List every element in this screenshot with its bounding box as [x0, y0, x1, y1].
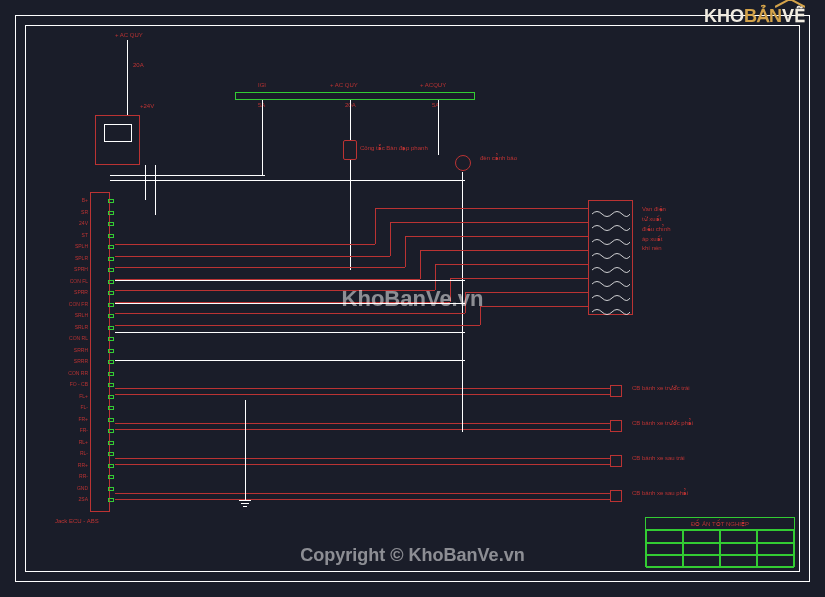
fuse-block — [235, 92, 475, 100]
pin-terminal — [108, 314, 114, 318]
solenoid-coil — [592, 233, 630, 243]
pin-terminal — [108, 291, 114, 295]
pin-terminal — [108, 395, 114, 399]
ecu-pin: B+ — [50, 197, 88, 203]
wire — [115, 280, 465, 281]
wire — [115, 458, 610, 459]
wire — [435, 264, 588, 265]
title-cell — [646, 555, 683, 568]
wire — [115, 267, 405, 268]
title-cell — [757, 555, 794, 568]
title-cell — [683, 543, 720, 556]
wire — [115, 332, 465, 333]
ecu-connector — [90, 192, 110, 512]
ecu-pin: SRLR — [50, 324, 88, 330]
wire — [350, 160, 351, 270]
pin-terminal — [108, 383, 114, 387]
ecu-pin: FR+ — [50, 416, 88, 422]
wire — [450, 278, 451, 302]
title-cell — [720, 530, 757, 543]
title-cell — [720, 555, 757, 568]
wire — [465, 292, 588, 293]
wire — [115, 499, 610, 500]
wire — [405, 236, 588, 237]
relay-box — [95, 115, 140, 165]
wire — [145, 165, 146, 200]
wire — [115, 429, 610, 430]
label-switch: Công tắc Bàn đạp phanh — [360, 145, 428, 152]
coil-label: Van điện — [642, 205, 666, 212]
pin-terminal — [108, 222, 114, 226]
wheel-sensor — [610, 490, 622, 502]
pin-terminal — [108, 337, 114, 341]
title-cell — [683, 555, 720, 568]
wire — [450, 278, 588, 279]
wire — [438, 100, 439, 155]
wire — [435, 264, 436, 290]
pin-terminal — [108, 234, 114, 238]
label-20a: 20A — [133, 62, 144, 68]
ground-icon — [239, 500, 251, 510]
logo: KHOBẢNVẼ — [704, 5, 805, 27]
label-warning: đèn cảnh báo — [480, 155, 517, 162]
pin-terminal — [108, 498, 114, 502]
wire — [115, 313, 465, 314]
wire — [375, 208, 376, 244]
pin-terminal — [108, 326, 114, 330]
ecu-pin: GND — [50, 485, 88, 491]
sensor-label: CB bánh xe sau phải — [632, 490, 688, 497]
wire — [110, 180, 465, 181]
pin-terminal — [108, 406, 114, 410]
ecu-pin: SPLR — [50, 255, 88, 261]
wire — [420, 250, 588, 251]
sensor-label: CB bánh xe trước phải — [632, 420, 693, 427]
ecu-pin: SRRH — [50, 347, 88, 353]
ecu-pin: FL+ — [50, 393, 88, 399]
ecu-pin: CON FL — [50, 278, 88, 284]
warning-lamp-icon — [455, 155, 471, 171]
drawing-title: ĐỒ ÁN TỐT NGHIỆP — [646, 518, 794, 530]
pin-terminal — [108, 303, 114, 307]
wire — [262, 100, 263, 175]
wire — [390, 222, 391, 256]
title-cell — [646, 530, 683, 543]
sensor-label: CB bánh xe trước trái — [632, 385, 690, 392]
wire — [115, 388, 610, 389]
ecu-pin: 24V — [50, 220, 88, 226]
ecu-pin: RL- — [50, 450, 88, 456]
logo-part3: VẼ — [782, 6, 805, 26]
solenoid-coil — [592, 289, 630, 299]
pin-terminal — [108, 268, 114, 272]
pin-terminal — [108, 441, 114, 445]
wire — [465, 292, 466, 313]
title-cell — [646, 543, 683, 556]
ecu-pin: SPRR — [50, 289, 88, 295]
pin-terminal — [108, 199, 114, 203]
pin-terminal — [108, 418, 114, 422]
wire — [350, 100, 351, 140]
label-acquy3: + ACQUY — [420, 82, 446, 88]
ecu-pin: CON RR — [50, 370, 88, 376]
solenoid-coil — [592, 275, 630, 285]
label-acquy2: + AC QUY — [330, 82, 358, 88]
solenoid-coil — [592, 303, 630, 313]
pin-terminal — [108, 372, 114, 376]
ecu-pin: FL- — [50, 404, 88, 410]
solenoid-coil — [592, 261, 630, 271]
wire — [155, 165, 156, 215]
coil-label: khí nén — [642, 245, 662, 251]
title-grid — [646, 530, 794, 568]
ecu-pin: SRLH — [50, 312, 88, 318]
pin-terminal — [108, 245, 114, 249]
wire — [115, 423, 610, 424]
wire — [115, 244, 375, 245]
solenoid-coil — [592, 219, 630, 229]
wire — [462, 172, 463, 432]
wheel-sensor — [610, 455, 622, 467]
relay-contact — [104, 124, 132, 142]
pin-terminal — [108, 257, 114, 261]
wire — [115, 394, 610, 395]
sensor-label: CB bánh xe sau trái — [632, 455, 685, 462]
ecu-pin: CON RL — [50, 335, 88, 341]
wire — [115, 303, 465, 304]
